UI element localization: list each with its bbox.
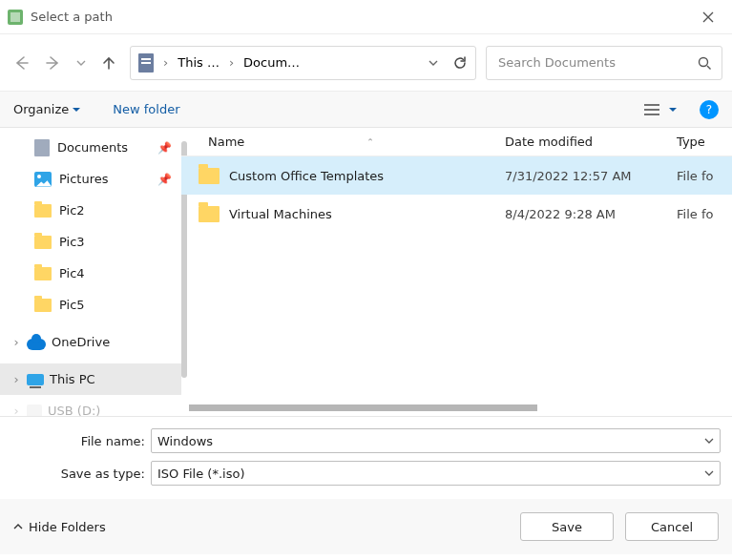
col-date[interactable]: Date modified	[505, 135, 677, 149]
breadcrumb-seg-1[interactable]: This …	[178, 55, 220, 70]
folder-icon	[34, 267, 52, 280]
hide-folders-button[interactable]: Hide Folders	[13, 520, 106, 534]
body: Documents📌 Pictures📌 Pic2 Pic3 Pic4 Pic5…	[0, 128, 732, 416]
tree-item-pictures[interactable]: Pictures📌	[0, 163, 181, 195]
savetype-combo[interactable]: ISO File (*.iso)	[151, 461, 721, 486]
file-type: File fo	[677, 207, 732, 221]
title-bar: Select a path	[0, 0, 732, 34]
chevron-down-icon[interactable]	[428, 57, 439, 69]
file-list: Name⌃ Date modified Type Custom Office T…	[181, 128, 732, 416]
chevron-up-icon	[13, 522, 23, 531]
folder-icon	[199, 168, 220, 184]
tree-item-pic2[interactable]: Pic2	[0, 195, 181, 226]
list-view-icon	[644, 104, 659, 115]
tree-label: Pic2	[59, 203, 85, 218]
tree-label: Pic3	[59, 235, 85, 249]
file-type: File fo	[677, 169, 732, 183]
file-date: 7/31/2022 12:57 AM	[505, 169, 677, 183]
search-input[interactable]	[496, 54, 697, 71]
tree-item-usb[interactable]: ›USB (D:)	[0, 395, 181, 416]
savetype-label: Save as type:	[11, 467, 145, 481]
filename-value: Windows	[157, 434, 704, 448]
tree-label: OneDrive	[52, 335, 110, 349]
sort-asc-icon: ⌃	[366, 137, 374, 147]
address-bar[interactable]: › This … › Docum…	[130, 46, 476, 80]
tree-item-pic4[interactable]: Pic4	[0, 258, 181, 289]
tree-item-this-pc[interactable]: ›This PC	[0, 363, 181, 395]
cancel-button[interactable]: Cancel	[625, 512, 719, 541]
close-button[interactable]	[692, 7, 724, 28]
recent-locations-button[interactable]	[74, 48, 88, 78]
file-row[interactable]: Virtual Machines 8/4/2022 9:28 AM File f…	[181, 195, 732, 233]
hide-folders-label: Hide Folders	[29, 520, 106, 534]
footer: Hide Folders Save Cancel	[0, 499, 732, 554]
nav-bar: › This … › Docum…	[0, 34, 732, 92]
chevron-down-icon[interactable]	[704, 436, 714, 446]
cloud-icon	[27, 339, 46, 350]
tree-label: USB (D:)	[48, 404, 100, 416]
breadcrumb-sep: ›	[163, 55, 168, 70]
tree-item-pic5[interactable]: Pic5	[0, 289, 181, 321]
document-icon	[138, 53, 154, 73]
pictures-icon	[34, 172, 52, 187]
tree-label: Pictures	[59, 172, 108, 186]
save-button[interactable]: Save	[520, 512, 614, 541]
tree-label: This PC	[50, 372, 95, 386]
help-button[interactable]: ?	[700, 100, 719, 119]
window-title: Select a path	[31, 10, 113, 24]
breadcrumb-seg-2[interactable]: Docum…	[243, 55, 300, 70]
new-folder-button[interactable]: New folder	[113, 102, 179, 116]
pc-icon	[27, 374, 44, 385]
tree-item-onedrive[interactable]: ›OneDrive	[0, 326, 181, 358]
tree-item-documents[interactable]: Documents📌	[0, 132, 181, 163]
toolbar: Organize New folder ?	[0, 92, 732, 128]
svg-rect-1	[10, 12, 20, 22]
folder-tree[interactable]: Documents📌 Pictures📌 Pic2 Pic3 Pic4 Pic5…	[0, 128, 181, 416]
chevron-down-icon[interactable]	[704, 468, 714, 478]
arrow-left-icon	[12, 54, 30, 72]
folder-icon	[34, 236, 52, 249]
document-icon	[34, 139, 50, 156]
chevron-right-icon[interactable]: ›	[11, 372, 21, 386]
filename-label: File name:	[11, 434, 145, 448]
arrow-up-icon	[100, 54, 117, 72]
file-row[interactable]: Custom Office Templates 7/31/2022 12:57 …	[181, 156, 732, 195]
view-menu[interactable]	[644, 104, 677, 115]
organize-menu[interactable]: Organize	[13, 102, 80, 116]
close-icon	[701, 10, 715, 24]
column-headers[interactable]: Name⌃ Date modified Type	[181, 128, 732, 156]
savetype-value: ISO File (*.iso)	[157, 467, 704, 481]
folder-icon	[34, 204, 52, 218]
horizontal-scrollbar[interactable]	[189, 404, 724, 416]
breadcrumb-sep: ›	[229, 55, 234, 70]
chevron-right-icon[interactable]: ›	[11, 335, 21, 349]
search-icon	[697, 55, 712, 71]
refresh-icon[interactable]	[452, 55, 468, 71]
up-button[interactable]	[97, 48, 120, 78]
app-icon	[8, 10, 23, 25]
organize-label: Organize	[13, 102, 69, 116]
caret-down-icon	[73, 106, 80, 114]
col-type[interactable]: Type	[677, 135, 732, 149]
tree-label: Documents	[57, 140, 128, 155]
save-fields: File name: Windows Save as type: ISO Fil…	[0, 416, 732, 499]
tree-item-pic3[interactable]: Pic3	[0, 226, 181, 258]
file-name: Virtual Machines	[229, 207, 332, 221]
file-date: 8/4/2022 9:28 AM	[505, 207, 677, 221]
scrollbar-thumb[interactable]	[189, 404, 537, 411]
drive-icon	[27, 404, 42, 417]
back-button[interactable]	[10, 48, 32, 78]
chevron-right-icon[interactable]: ›	[11, 404, 21, 416]
folder-icon	[34, 299, 52, 312]
tree-label: Pic5	[59, 298, 85, 312]
folder-icon	[199, 206, 220, 222]
col-name[interactable]: Name	[208, 135, 244, 149]
chevron-down-icon	[76, 58, 86, 68]
arrow-right-icon	[45, 54, 62, 72]
search-box[interactable]	[486, 46, 722, 80]
svg-point-2	[700, 57, 708, 66]
caret-down-icon	[669, 106, 677, 114]
file-name: Custom Office Templates	[229, 169, 384, 183]
forward-button[interactable]	[42, 48, 65, 78]
filename-combo[interactable]: Windows	[151, 428, 721, 453]
